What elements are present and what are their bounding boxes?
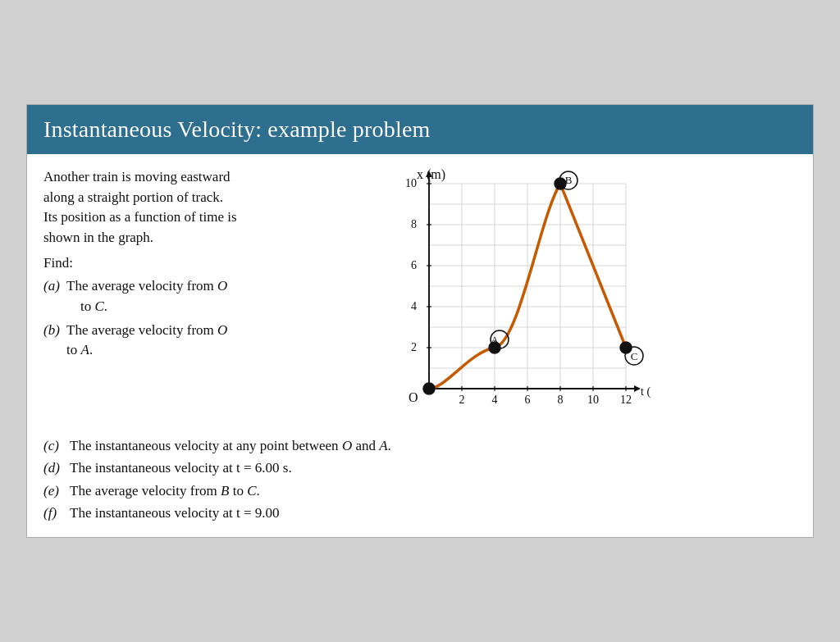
point-A-label: A: [491, 334, 499, 346]
main-content: Another train is moving eastward along a…: [27, 154, 813, 430]
graph-svg: x (m): [339, 167, 651, 421]
problem-e: (e) The average velocity from B to C.: [43, 480, 797, 502]
problem-f: (f) The instantaneous velocity at t = 9.…: [43, 502, 797, 524]
slide-title: Instantaneous Velocity: example problem: [43, 116, 431, 142]
description-text: Another train is moving eastward along a…: [43, 167, 322, 248]
y-tick-4: 4: [411, 300, 417, 312]
problem-list-ab: (a) The average velocity from O to C. (b…: [43, 276, 322, 361]
left-panel: Another train is moving eastward along a…: [43, 167, 322, 421]
problem-a: (a) The average velocity from O to C.: [43, 276, 322, 316]
problem-f-label: (f): [43, 502, 70, 524]
problem-b-label: (b): [43, 321, 66, 341]
problem-b: (b) The average velocity from O to A.: [43, 321, 322, 361]
x-tick-2: 2: [459, 394, 465, 406]
x-tick-10: 10: [587, 394, 599, 406]
bottom-problems: (c) The instantaneous velocity at any po…: [27, 430, 813, 537]
slide-header: Instantaneous Velocity: example problem: [27, 105, 813, 154]
problem-d-text: The instantaneous velocity at t = 6.00 s…: [70, 457, 292, 479]
y-axis-label: x (m): [417, 167, 445, 182]
point-O: [423, 383, 435, 394]
problem-f-text: The instantaneous velocity at t = 9.00: [70, 502, 280, 524]
point-O-label: O: [409, 390, 418, 404]
problem-c-label: (c): [43, 435, 70, 457]
x-tick-6: 6: [525, 394, 531, 406]
problem-d: (d) The instantaneous velocity at t = 6.…: [43, 457, 797, 479]
slide: Instantaneous Velocity: example problem …: [26, 104, 814, 538]
problem-e-text: The average velocity from B to C.: [70, 480, 260, 502]
y-tick-2: 2: [411, 341, 417, 353]
problem-a-text: The average velocity from O to C.: [66, 276, 227, 316]
find-label: Find:: [43, 253, 322, 274]
problem-e-label: (e): [43, 480, 70, 502]
x-tick-4: 4: [492, 394, 498, 406]
y-tick-6: 6: [411, 259, 417, 271]
problem-a-label: (a): [43, 276, 66, 297]
problem-d-label: (d): [43, 457, 70, 479]
problem-c: (c) The instantaneous velocity at any po…: [43, 435, 797, 457]
x-tick-12: 12: [620, 394, 632, 406]
problem-b-text: The average velocity from O to A.: [66, 321, 227, 361]
point-B-label: B: [565, 174, 573, 186]
point-C-label: C: [631, 350, 638, 362]
graph-panel: x (m): [339, 167, 797, 421]
graph-container: x (m): [339, 167, 651, 421]
svg-marker-19: [634, 385, 641, 392]
x-tick-8: 8: [558, 394, 564, 406]
y-tick-8: 8: [411, 218, 417, 230]
y-tick-10: 10: [405, 177, 417, 189]
problem-c-text: The instantaneous velocity at any point …: [70, 435, 391, 457]
x-axis-label: t (s): [641, 385, 651, 398]
